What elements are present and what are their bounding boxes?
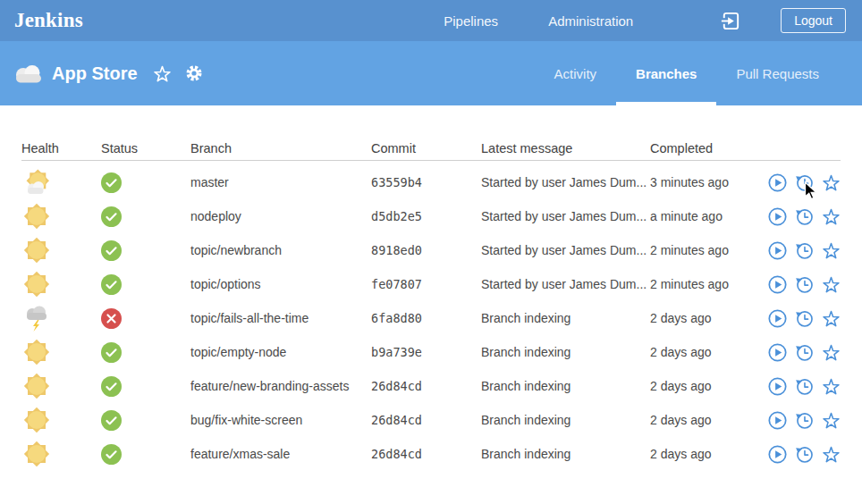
status-success-icon [101, 342, 122, 363]
play-icon [767, 308, 788, 329]
favorite-button[interactable] [821, 376, 841, 397]
play-icon [767, 410, 788, 431]
run-button[interactable] [767, 376, 788, 397]
star-icon [821, 172, 841, 193]
status-success-icon [101, 410, 122, 431]
run-button[interactable] [767, 206, 788, 227]
storm-icon [21, 303, 52, 333]
history-icon [794, 308, 815, 329]
history-button[interactable] [794, 172, 815, 193]
table-header-row: Health Status Branch Commit Latest messa… [21, 136, 841, 161]
favorite-button[interactable] [821, 274, 841, 295]
branch-name: bug/fix-white-screen [190, 413, 371, 427]
table-row[interactable]: bug/fix-white-screen 26d84cd Branch inde… [21, 403, 841, 437]
column-header-latest-message: Latest message [481, 141, 650, 155]
table-row[interactable]: feature/new-branding-assets 26d84cd Bran… [21, 369, 841, 403]
favorite-button[interactable] [821, 206, 841, 227]
run-button[interactable] [767, 342, 788, 363]
play-icon [767, 342, 788, 363]
history-button[interactable] [794, 342, 815, 363]
logout-button[interactable]: Logout [781, 8, 846, 33]
completed-time: a minute ago [650, 209, 767, 223]
sunny-icon [21, 201, 52, 231]
table-row[interactable]: topic/fails-all-the-time 6fa8d80 Branch … [21, 301, 841, 335]
favorite-button[interactable] [821, 240, 841, 261]
star-icon [821, 342, 841, 363]
run-button[interactable] [767, 274, 788, 295]
run-button[interactable] [767, 410, 788, 431]
favorite-button[interactable] [821, 172, 841, 193]
table-row[interactable]: feature/xmas-sale 26d84cd Branch indexin… [21, 437, 841, 471]
star-icon [821, 410, 841, 431]
pipeline-header: App Store Activity Branches Pull Request… [0, 41, 862, 105]
history-icon [794, 206, 815, 227]
sunny-icon [21, 439, 52, 469]
weather-cloud-icon [13, 63, 45, 84]
branch-name: topic/fails-all-the-time [190, 311, 371, 325]
table-row[interactable]: master 63559b4 Started by user James Dum… [21, 165, 841, 199]
history-icon [794, 376, 815, 397]
run-button[interactable] [767, 240, 788, 261]
completed-time: 2 days ago [650, 311, 767, 325]
favorite-button[interactable] [821, 308, 841, 329]
tab-pull-requests[interactable]: Pull Requests [716, 41, 839, 105]
history-button[interactable] [794, 240, 815, 261]
pipeline-settings-button[interactable] [184, 63, 204, 83]
favorite-button[interactable] [821, 444, 841, 465]
table-row[interactable]: nodeploy d5db2e5 Started by user James D… [21, 199, 841, 233]
completed-time: 2 days ago [650, 413, 767, 427]
tab-activity[interactable]: Activity [535, 41, 617, 105]
nav-pipelines[interactable]: Pipelines [444, 13, 498, 29]
completed-time: 3 minutes ago [650, 175, 767, 189]
table-row[interactable]: topic/empty-node b9a739e Branch indexing… [21, 335, 841, 369]
star-icon [821, 308, 841, 329]
star-icon [821, 206, 841, 227]
gear-icon [184, 63, 204, 83]
column-header-commit: Commit [371, 141, 481, 155]
run-button[interactable] [767, 308, 788, 329]
sunny-icon [21, 371, 52, 401]
pipeline-title: App Store [52, 63, 138, 84]
column-header-health: Health [21, 141, 101, 155]
commit-hash: 8918ed0 [371, 243, 481, 257]
tab-branches[interactable]: Branches [616, 41, 716, 105]
status-success-icon [101, 274, 122, 295]
play-icon [767, 376, 788, 397]
branch-name: master [190, 175, 371, 189]
exit-icon [719, 10, 741, 32]
history-button[interactable] [794, 376, 815, 397]
history-button[interactable] [794, 308, 815, 329]
history-button[interactable] [794, 206, 815, 227]
run-button[interactable] [767, 444, 788, 465]
history-button[interactable] [794, 274, 815, 295]
history-icon [794, 240, 815, 261]
jenkins-logo[interactable]: Jenkins [14, 9, 83, 32]
favorite-button[interactable] [821, 342, 841, 363]
sunny-icon [21, 235, 52, 265]
latest-message: Started by user James Dum... [481, 175, 650, 189]
table-row[interactable]: topic/options fe07807 Started by user Ja… [21, 267, 841, 301]
column-header-branch: Branch [190, 141, 371, 155]
favorite-button[interactable] [821, 410, 841, 431]
sunny-icon [21, 405, 52, 435]
latest-message: Branch indexing [481, 413, 650, 427]
history-button[interactable] [794, 410, 815, 431]
play-icon [767, 206, 788, 227]
blue-ocean-page: Jenkins Pipelines Administration Logout … [0, 0, 862, 504]
logout-arrow-button[interactable] [719, 10, 741, 32]
status-success-icon [101, 376, 122, 397]
nav-administration[interactable]: Administration [548, 13, 633, 29]
table-row[interactable]: topic/newbranch 8918ed0 Started by user … [21, 233, 841, 267]
run-button[interactable] [767, 172, 788, 193]
latest-message: Branch indexing [481, 345, 650, 359]
commit-hash: 26d84cd [371, 447, 481, 461]
favorite-pipeline-button[interactable] [152, 63, 173, 84]
history-button[interactable] [794, 444, 815, 465]
play-icon [767, 240, 788, 261]
status-failure-icon [101, 308, 122, 329]
branch-name: nodeploy [190, 209, 371, 223]
branches-table-body: master 63559b4 Started by user James Dum… [21, 161, 841, 471]
star-icon [821, 376, 841, 397]
completed-time: 2 minutes ago [650, 243, 767, 257]
status-success-icon [101, 172, 122, 193]
